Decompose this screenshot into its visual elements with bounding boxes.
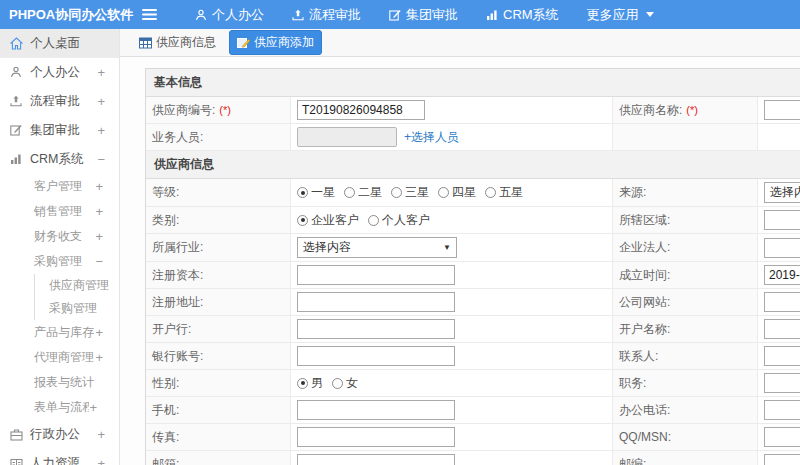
company-website-input[interactable] — [764, 292, 800, 312]
nav-group-approval[interactable]: 集团审批 — [375, 0, 472, 29]
mobile-input[interactable] — [297, 400, 455, 420]
expander-icon[interactable]: + — [95, 325, 105, 340]
nav-item-label: 更多应用 — [587, 6, 639, 24]
expander-icon[interactable]: + — [97, 123, 107, 138]
email-input[interactable] — [297, 454, 455, 465]
bank-branch-label: 开户行: — [146, 316, 291, 342]
job-title-input[interactable] — [764, 373, 800, 393]
office-phone-cell — [758, 397, 800, 423]
sidebar-item-personal-office[interactable]: 个人办公+ — [0, 58, 119, 87]
sidebar-item-customer-mgmt[interactable]: 客户管理+ — [0, 174, 119, 199]
expander-icon[interactable]: + — [97, 456, 107, 465]
tab-supplier-add[interactable]: 供应商添加 — [229, 30, 322, 55]
radio-icon[interactable] — [391, 187, 402, 198]
region-input[interactable] — [764, 210, 800, 230]
expander-icon[interactable]: + — [95, 204, 105, 219]
gender-radio-option[interactable]: 男 — [297, 375, 323, 392]
sales-person-picker-link[interactable]: +选择人员 — [404, 129, 459, 146]
sidebar-item-sales-mgmt[interactable]: 销售管理+ — [0, 199, 119, 224]
gender-radio-option[interactable]: 女 — [332, 375, 358, 392]
category-radio-option[interactable]: 企业客户 — [297, 212, 359, 229]
tab-label: 供应商添加 — [254, 34, 314, 51]
industry-select[interactable]: 选择内容▼ — [297, 237, 457, 258]
sidebar-item-hr[interactable]: 人力资源+ — [0, 449, 119, 465]
supplier-name-cell — [758, 97, 800, 123]
radio-icon[interactable] — [297, 378, 308, 389]
sidebar-item-form-process-settings[interactable]: 表单与流程设置+ — [0, 395, 119, 420]
radio-icon[interactable] — [297, 187, 308, 198]
sidebar-item-products-inventory[interactable]: 产品与库存+ — [0, 320, 119, 345]
qq-msn-input[interactable] — [764, 427, 800, 447]
main-area: 个人桌面个人办公+流程审批+集团审批+CRM系统−客户管理+销售管理+财务收支+… — [0, 29, 800, 465]
expander-icon[interactable]: + — [97, 94, 107, 109]
nav-more-apps[interactable]: 更多应用 — [573, 0, 668, 29]
sidebar-item-process-approval[interactable]: 流程审批+ — [0, 87, 119, 116]
sidebar-item-personal-desktop[interactable]: 个人桌面 — [0, 29, 119, 58]
menu-toggle-icon[interactable] — [142, 9, 157, 20]
registered-address-input[interactable] — [297, 292, 455, 312]
founding-date-input[interactable] — [764, 265, 800, 285]
sidebar-item-purchase-mgmt[interactable]: 采购管理− — [0, 249, 119, 274]
registered-capital-input[interactable] — [297, 265, 455, 285]
legal-person-input[interactable] — [764, 238, 800, 258]
account-name-input[interactable] — [764, 319, 800, 339]
expander-icon[interactable]: + — [95, 350, 105, 365]
legal-person-cell — [758, 234, 800, 261]
supplier-name-input[interactable] — [764, 100, 800, 120]
level-radio-option[interactable]: 二星 — [344, 184, 382, 201]
required-marker: (*) — [686, 104, 698, 116]
home-icon — [10, 37, 23, 50]
sidebar-item-agent-mgmt[interactable]: 代理商管理+ — [0, 345, 119, 370]
level-radio-option[interactable]: 五星 — [485, 184, 523, 201]
radio-icon[interactable] — [344, 187, 355, 198]
table-icon — [139, 37, 152, 49]
expander-icon[interactable]: + — [89, 400, 105, 415]
expander-icon[interactable]: + — [97, 427, 107, 442]
sidebar-item-crm-system[interactable]: CRM系统− — [0, 145, 119, 174]
expander-icon[interactable]: − — [97, 152, 107, 167]
source-select[interactable]: 选择内容▼ — [764, 182, 800, 203]
category-radio-option[interactable]: 个人客户 — [368, 212, 430, 229]
bank-branch-input[interactable] — [297, 319, 455, 339]
radio-icon[interactable] — [485, 187, 496, 198]
nav-personal-office[interactable]: 个人办公 — [181, 0, 278, 29]
level-radio-option[interactable]: 三星 — [391, 184, 429, 201]
sidebar-item-group-approval[interactable]: 集团审批+ — [0, 116, 119, 145]
sidebar-item-reports-stats[interactable]: 报表与统计 — [0, 370, 119, 395]
supplier-code-cell — [291, 97, 613, 123]
expander-icon[interactable]: + — [95, 179, 105, 194]
radio-icon[interactable] — [438, 187, 449, 198]
sidebar-item-admin-office[interactable]: 行政办公+ — [0, 420, 119, 449]
sidebar-item-finance[interactable]: 财务收支+ — [0, 224, 119, 249]
label-text: 成立时间: — [619, 267, 670, 284]
form-scroll-area: 基本信息供应商编号:(*)供应商名称:(*)业务人员:+选择人员供应商信息等级:… — [120, 57, 800, 465]
sidebar-subgroup: 供应商管理采购管理 — [34, 274, 119, 320]
form-add-icon — [237, 37, 250, 49]
category-cell: 企业客户个人客户 — [291, 207, 613, 233]
nav-process-approval[interactable]: 流程审批 — [278, 0, 375, 29]
supplier-code-input[interactable] — [297, 100, 425, 120]
level-radio-option[interactable]: 一星 — [297, 184, 335, 201]
sales-person-input[interactable] — [297, 127, 397, 147]
zip-code-input[interactable] — [764, 454, 800, 465]
label-text: 注册资本: — [152, 267, 203, 284]
select-value: 选择内容 — [770, 184, 800, 201]
sidebar-item-procurement-mgmt[interactable]: 采购管理 — [35, 297, 119, 320]
nav-crm-system[interactable]: CRM系统 — [472, 0, 573, 29]
expander-icon[interactable]: + — [95, 229, 105, 244]
fax-input[interactable] — [297, 427, 455, 447]
radio-icon[interactable] — [368, 215, 379, 226]
expander-icon[interactable]: − — [95, 254, 105, 269]
select-arrow-icon: ▼ — [443, 243, 451, 252]
expander-icon[interactable]: + — [97, 65, 107, 80]
sidebar-item-supplier-mgmt[interactable]: 供应商管理 — [35, 274, 119, 297]
level-radio-option[interactable]: 四星 — [438, 184, 476, 201]
contact-person-input[interactable] — [764, 346, 800, 366]
bank-account-input[interactable] — [297, 346, 455, 366]
radio-icon[interactable] — [297, 215, 308, 226]
office-phone-input[interactable] — [764, 400, 800, 420]
radio-icon[interactable] — [332, 378, 343, 389]
radio-label: 一星 — [311, 184, 335, 201]
form-row: 邮箱:邮编: — [146, 451, 800, 465]
tab-supplier-info[interactable]: 供应商信息 — [132, 31, 223, 54]
